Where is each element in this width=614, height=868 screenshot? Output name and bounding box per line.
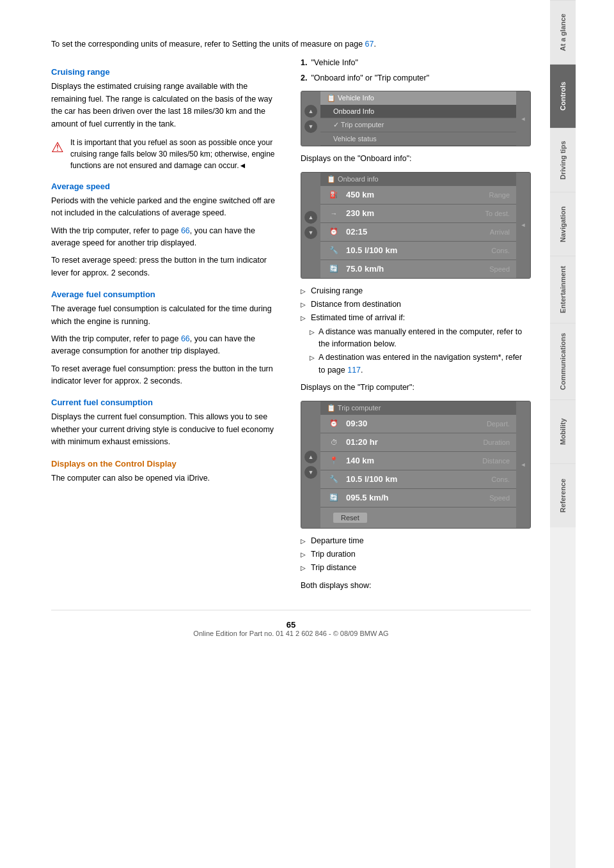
reset-btn-row: Reset — [320, 508, 516, 528]
trip-row-cons: 🔧 10.5 l/100 km Cons. — [320, 470, 516, 489]
distance-value: 140 km — [346, 456, 384, 465]
intro-link[interactable]: 67 — [365, 40, 374, 49]
footer-text: Online Edition for Part no. 01 41 2 602 … — [61, 630, 521, 637]
bullet-manual-distance: A distance was manually entered in the c… — [301, 326, 531, 351]
dest-value: 230 km — [346, 208, 384, 218]
two-column-layout: Cruising range Displays the estimated cr… — [51, 57, 531, 597]
onboard-nav-down[interactable]: ▼ — [304, 226, 317, 239]
average-speed-para3: To reset average speed: press the button… — [51, 254, 281, 279]
trip-row-duration: ⏱ 01:20 hr Duration — [320, 433, 516, 452]
cons-label: Cons. — [402, 247, 510, 254]
sidebar-tab-driving-tips[interactable]: Driving tips — [550, 128, 576, 192]
average-fuel-section: Average fuel consumption The average fue… — [51, 290, 281, 387]
onboard-row-arrival: ⏰ 02:15 Arrival — [320, 223, 516, 242]
step-2-text: "Onboard info" or "Trip computer" — [311, 72, 429, 84]
both-displays-text: Both displays show: — [301, 580, 531, 592]
onboard-nav-up[interactable]: ▲ — [304, 211, 317, 224]
arrival-label: Arrival — [390, 228, 510, 236]
vehicle-screen-title: 📋 Vehicle Info — [320, 91, 516, 105]
average-fuel-para3: To reset average fuel consumption: press… — [51, 363, 281, 388]
speed-icon: 🔄 — [327, 262, 341, 276]
right-column: 1. "Vehicle Info" 2. "Onboard info" or "… — [301, 57, 531, 597]
duration-label: Duration — [390, 438, 510, 446]
average-speed-section: Average speed Periods with the vehicle p… — [51, 182, 281, 279]
avg-fuel-p2-start: With the trip computer, refer to page — [51, 334, 181, 343]
average-speed-heading: Average speed — [51, 182, 281, 191]
sidebar-tab-at-a-glance[interactable]: At a glance — [550, 0, 576, 64]
trip-cons-value: 10.5 l/100 km — [346, 474, 397, 484]
menu-vehicle-status[interactable]: Vehicle status — [320, 132, 516, 146]
trip-cons-label: Cons. — [402, 476, 510, 483]
vehicle-screen-main: 📋 Vehicle Info Onboard Info ✓ Trip compu… — [320, 91, 516, 146]
onboard-right-nav: ◄ — [516, 173, 530, 278]
warning-box: ⚠ It is important that you refuel as soo… — [51, 137, 281, 171]
trip-cons-icon: 🔧 — [327, 472, 341, 486]
trip-bullet-list: Departure time Trip duration Trip distan… — [301, 535, 531, 575]
dest-icon: → — [327, 206, 341, 221]
sidebar-tab-entertainment[interactable]: Entertainment — [550, 256, 576, 323]
current-fuel-section: Current fuel consumption Displays the cu… — [51, 398, 281, 448]
depart-value: 09:30 — [346, 419, 384, 428]
trip-row-speed: 🔄 095.5 km/h Speed — [320, 489, 516, 508]
trip-computer-screen: ▲ ▼ 📋 Trip computer ⏰ 09:30 Depart. ⏱ 01… — [301, 401, 531, 529]
step-1-num: 1. — [301, 57, 307, 69]
average-fuel-heading: Average fuel consumption — [51, 290, 281, 299]
warning-text: It is important that you refuel as soon … — [70, 137, 281, 171]
avg-speed-link[interactable]: 66 — [181, 226, 190, 235]
nav-up-btn[interactable]: ▲ — [304, 105, 317, 118]
bullet-estimated-arrival: Estimated time of arrival if: — [301, 312, 531, 324]
cruising-range-heading: Cruising range — [51, 67, 281, 77]
step-2: 2. "Onboard info" or "Trip computer" — [301, 72, 531, 84]
distance-label: Distance — [390, 457, 510, 465]
intro-text-start: To set the corresponding units of measur… — [51, 40, 365, 49]
trip-speed-icon: 🔄 — [327, 491, 341, 505]
trip-right-nav: ◄ — [516, 401, 530, 528]
range-label: Range — [390, 191, 510, 199]
range-value: 450 km — [346, 190, 384, 199]
trip-speed-value: 095.5 km/h — [346, 493, 389, 502]
menu-trip-computer[interactable]: ✓ Trip computer — [320, 118, 516, 132]
trip-screen-title: 📋 Trip computer — [320, 401, 516, 415]
trip-speed-label: Speed — [394, 494, 510, 502]
onboard-screen-title: 📋 Onboard info — [320, 173, 516, 186]
cruising-range-para: Displays the estimated cruising range av… — [51, 81, 281, 130]
average-speed-para2: With the trip computer, refer to page 66… — [51, 225, 281, 250]
onboard-row-speed: 🔄 75.0 km/h Speed — [320, 260, 516, 278]
duration-value: 01:20 hr — [346, 437, 384, 447]
bullet-trip-distance: Trip distance — [301, 562, 531, 574]
dest-label: To dest. — [390, 210, 510, 217]
trip-caption: Displays on the "Trip computer": — [301, 382, 531, 394]
sidebar-tab-controls[interactable]: Controls — [550, 64, 576, 128]
onboard-screen-main: 📋 Onboard info ⛽ 450 km Range → 230 km T… — [320, 173, 516, 278]
current-fuel-heading: Current fuel consumption — [51, 398, 281, 407]
page-117-link[interactable]: 117 — [347, 366, 361, 375]
trip-row-depart: ⏰ 09:30 Depart. — [320, 415, 516, 433]
screen-right-nav: ◄ — [516, 91, 530, 146]
average-speed-para1: Periods with the vehicle parked and the … — [51, 195, 281, 220]
onboard-row-cons: 🔧 10.5 l/100 km Cons. — [320, 242, 516, 260]
distance-icon: 📍 — [327, 454, 341, 468]
control-display-para: The computer can also be opened via iDri… — [51, 472, 281, 484]
vehicle-menu: Onboard Info ✓ Trip computer Vehicle sta… — [320, 105, 516, 146]
avg-fuel-link[interactable]: 66 — [181, 334, 190, 343]
sidebar-tab-reference[interactable]: Reference — [550, 463, 576, 527]
cons-value: 10.5 l/100 km — [346, 245, 397, 255]
reset-button[interactable]: Reset — [333, 513, 367, 523]
trip-nav-up[interactable]: ▲ — [304, 451, 317, 463]
sidebar-tab-mobility[interactable]: Mobility — [550, 399, 576, 463]
bullet-distance-dest: Distance from destination — [301, 298, 531, 311]
right-sidebar: At a glance Controls Driving tips Naviga… — [550, 0, 576, 868]
numbered-steps-list: 1. "Vehicle Info" 2. "Onboard info" or "… — [301, 57, 531, 84]
page-footer: 65 Online Edition for Part no. 01 41 2 6… — [51, 610, 531, 647]
onboard-row-range: ⛽ 450 km Range — [320, 186, 516, 205]
sidebar-tab-navigation[interactable]: Navigation — [550, 192, 576, 256]
onboard-row-dest: → 230 km To dest. — [320, 205, 516, 223]
nav-down-btn[interactable]: ▼ — [304, 120, 317, 133]
sidebar-tab-communications[interactable]: Communications — [550, 323, 576, 399]
page-number: 65 — [61, 620, 521, 630]
cons-icon: 🔧 — [327, 244, 341, 258]
main-content: To set the corresponding units of measur… — [0, 0, 550, 868]
menu-onboard-info[interactable]: Onboard Info — [320, 105, 516, 118]
trip-nav-down[interactable]: ▼ — [304, 466, 317, 479]
cruising-range-section: Cruising range Displays the estimated cr… — [51, 67, 281, 171]
